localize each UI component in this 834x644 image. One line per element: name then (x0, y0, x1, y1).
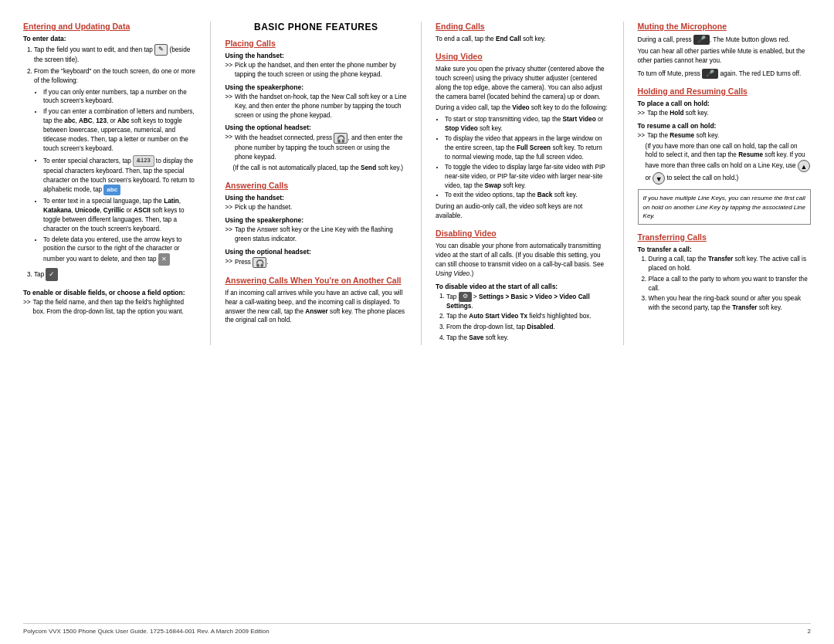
divider-3 (623, 22, 624, 345)
col-basic-features: BASIC PHONE FEATURES Placing Calls Using… (225, 22, 407, 345)
answering-calls-title: Answering Calls (225, 181, 407, 190)
abc-icon: abc (103, 185, 120, 195)
answering-another-call-title: Answering Calls When You're on Another C… (225, 276, 407, 285)
answering-headset-icon: 🎧 (253, 257, 266, 268)
mute-icon: 🎤 (693, 35, 710, 45)
resume-label: To resume a call on hold: (638, 122, 811, 130)
edit-icon: ✎ (154, 44, 168, 56)
disabling-video-title: Disabling Video (436, 229, 609, 238)
using-video-text3: During an audio-only call, the video sof… (436, 202, 609, 221)
placing-handset-text: >> Pick up the handset, and then enter t… (225, 61, 407, 80)
disable-step-1: Tap ⚙ > Settings > Basic > Video > Video… (446, 292, 609, 311)
muting-text2: You can hear all other parties while Mut… (638, 47, 811, 66)
video-bullet-4: To exit the video options, tap the Back … (445, 191, 609, 200)
disable-step-4: Tap the Save soft key. (446, 334, 609, 343)
nav-up-icon: ▲ (798, 160, 810, 172)
transfer-step-1: During a call, tap the Transfer soft key… (649, 255, 811, 273)
headset-icon: 🎧 (334, 133, 348, 144)
to-transfer-label: To transfer a call: (638, 246, 811, 253)
holding-title: Holding and Resuming Calls (638, 86, 811, 96)
disable-step-3: From the drop-down list, tap Disabled. (446, 323, 609, 332)
place-hold-text: >> Tap the Hold soft key. (638, 109, 811, 118)
answering-headset-text: >> Press 🎧. (225, 257, 407, 268)
bullet-letters-numbers: If you can enter a combination of letter… (43, 107, 196, 153)
disable-video-steps-label: To disable video at the start of all cal… (436, 283, 609, 290)
placing-headset-note: (If the call is not automatically placed… (225, 164, 407, 173)
answering-speakerphone-text: >> Tap the Answer soft key or the Line K… (225, 225, 407, 244)
muting-turnoff: To turn off Mute, press 🎤 again. The red… (638, 69, 811, 79)
special-char-btn: &123 (133, 155, 154, 167)
answering-headset-label: Using the optional headset: (225, 248, 407, 256)
answering-handset-text: >> Pick up the handset. (225, 203, 407, 212)
col-muting-holding: Muting the Microphone During a call, pre… (638, 22, 811, 345)
enter-step-2: From the "keyboard" on the touch screen,… (34, 67, 196, 266)
enter-step-1: Tap the field you want to edit, and then… (34, 44, 196, 65)
footer-right: 2 (808, 628, 811, 635)
bullet-numbers: If you can only enter numbers, tap a num… (43, 88, 196, 107)
bullet-language: To enter text in a special language, tap… (43, 197, 196, 234)
resume-text: >> Tap the Resume soft key. (638, 131, 811, 141)
using-video-text1: Make sure you open the privacy shutter (… (436, 65, 609, 102)
disable-step-2: Tap the Auto Start Video Tx field's high… (446, 312, 609, 321)
resume-note: (If you have more than one call on hold,… (646, 142, 811, 185)
place-hold-label: To place a call on hold: (638, 100, 811, 107)
page: Entering and Updating Data To enter data… (0, 0, 834, 644)
divider-2 (421, 22, 422, 345)
nav-down-icon: ▼ (653, 172, 665, 185)
placing-handset-label: Using the handset: (225, 52, 407, 59)
placing-speakerphone-text: >> With the handset on-hook, tap the New… (225, 93, 407, 120)
placing-speakerphone-label: Using the speakerphone: (225, 83, 407, 91)
footer: Polycom VVX 1500 Phone Quick User Guide.… (23, 623, 811, 635)
footer-left: Polycom VVX 1500 Phone Quick User Guide.… (23, 628, 270, 635)
using-video-text2: During a video call, tap the Video soft … (436, 103, 609, 113)
delete-key-icon: ✕ (158, 253, 170, 266)
divider-1 (210, 22, 211, 345)
transfer-step-3: When you hear the ring-back sound or aft… (649, 294, 811, 313)
ending-calls-text: To end a call, tap the End Call soft key… (436, 35, 609, 44)
enable-disable-text: >> Tap the field name, and then tap the … (23, 298, 196, 317)
col-entering-data: Entering and Updating Data To enter data… (23, 22, 196, 345)
mute-off-icon: 🎤 (702, 69, 718, 79)
answering-handset-label: Using the handset: (225, 194, 407, 202)
to-enter-data-label: To enter data: (23, 35, 196, 42)
bullet-delete: To delete data you entered, use the arro… (43, 236, 196, 266)
disabling-video-text: You can disable your phone from automati… (436, 242, 609, 279)
video-bullet-1: To start or stop transmitting video, tap… (445, 115, 609, 134)
transferring-title: Transferring Calls (638, 232, 811, 242)
video-bullet-2: To display the video that appears in the… (445, 134, 609, 162)
placing-headset-label: Using the optional headset: (225, 124, 407, 131)
enable-disable-label: To enable or disable fields, or choose a… (23, 289, 196, 297)
muting-title: Muting the Microphone (638, 22, 811, 31)
bullet-special-chars: To enter special characters, tap &123 to… (43, 155, 196, 195)
placing-calls-title: Placing Calls (225, 39, 407, 48)
main-title: BASIC PHONE FEATURES (225, 22, 407, 32)
placing-headset-text: >> With the headset connected, press 🎧, … (225, 133, 407, 162)
answering-speakerphone-label: Using the speakerphone: (225, 216, 407, 224)
video-bullet-3: To toggle the video to display large far… (445, 163, 609, 191)
ending-calls-title: Ending Calls (436, 22, 609, 31)
enter-step-3: Tap ✓ (34, 268, 196, 281)
transfer-step-2: Place a call to the party to whom you wa… (649, 275, 811, 293)
muting-text1: During a call, press 🎤. The Mute button … (638, 35, 811, 45)
holding-note-box: If you have multiple Line Keys, you can … (638, 189, 811, 225)
entering-data-title: Entering and Updating Data (23, 22, 196, 31)
col-video: Ending Calls To end a call, tap the End … (436, 22, 609, 345)
settings-icon: ⚙ (459, 292, 472, 302)
using-video-title: Using Video (436, 52, 609, 61)
answering-another-call-text: If an incoming call arrives while you ha… (225, 289, 407, 326)
checkmark-icon: ✓ (46, 268, 58, 281)
